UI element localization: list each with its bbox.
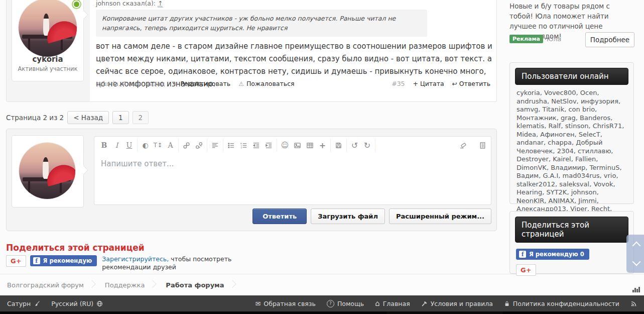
ad-brand: Юла	[547, 35, 561, 43]
post-footer: cykoria, 4 мин. назад ✎ Редактировать ⚠ …	[96, 80, 490, 87]
online-indicator-icon	[73, 1, 80, 8]
share-page-heading: Поделиться этой страницей	[6, 243, 145, 253]
drafts-icon[interactable]	[332, 139, 345, 152]
share-page-block: Поделиться этой страницей f Я рекомендую…	[509, 211, 634, 274]
fb-like-label: Я рекомендую	[43, 257, 92, 264]
help-icon: ?	[327, 300, 334, 307]
text-color-icon[interactable]: ◐	[139, 139, 152, 152]
scroll-down-button[interactable]	[632, 258, 641, 266]
alignment-icon[interactable]	[209, 139, 221, 152]
terms-link[interactable]: Условия и правила	[421, 300, 493, 307]
underline-icon[interactable]: U	[123, 139, 136, 152]
contact-link[interactable]: ✉ Обратная связь	[255, 300, 315, 307]
breadcrumb-item-support[interactable]: Поддержка	[105, 281, 145, 289]
unlink-icon[interactable]	[193, 139, 205, 152]
post-meta[interactable]: cykoria, 4 мин. назад	[96, 80, 165, 87]
privacy-label: Политика конфиденциальности	[513, 300, 619, 307]
advanced-mode-button[interactable]: Расширенный режим...	[389, 208, 491, 224]
terms-label: Условия и правила	[431, 300, 493, 307]
indent-icon[interactable]	[263, 139, 275, 152]
quick-reply-editor: B I U ◐ T↕ A ☺	[6, 129, 497, 231]
envelope-icon: ✉	[255, 300, 261, 307]
editor-user-card	[12, 135, 84, 207]
breadcrumb-item-forum[interactable]: Волгоградский форум	[7, 281, 84, 289]
unordered-list-icon[interactable]	[225, 139, 237, 152]
editor-avatar[interactable]	[19, 143, 75, 199]
ordered-list-icon[interactable]	[237, 139, 250, 152]
share-block-heading: Поделиться этой страницей	[515, 217, 628, 243]
edit-label: Редактировать	[180, 80, 230, 87]
table-icon[interactable]	[304, 139, 316, 152]
online-users-heading: Пользователи онлайн	[515, 68, 628, 85]
post-user-card: cykoria Активный участник	[12, 0, 84, 81]
quote-button[interactable]: + Цитата	[413, 80, 444, 87]
counter-icon	[632, 287, 640, 292]
home-icon: ⌂	[375, 299, 380, 308]
gplus-share-button-sidebar[interactable]: G+	[516, 264, 536, 276]
pencil-icon: ✎	[173, 80, 178, 87]
home-link[interactable]: ⌂ Главная	[375, 299, 410, 308]
facebook-icon: f	[519, 251, 526, 258]
facebook-icon: f	[33, 257, 40, 264]
reply-link[interactable]: ↩ Ответить	[452, 80, 490, 87]
reply-label: Ответить	[459, 80, 490, 87]
smilies-icon[interactable]: ☺	[279, 139, 291, 152]
report-label: Пожаловаться	[246, 80, 295, 87]
italic-icon[interactable]: I	[110, 139, 123, 152]
report-button[interactable]: ⚠ Пожаловаться	[238, 80, 294, 87]
breadcrumb: Волгоградский форум Поддержка Работа фор…	[0, 274, 644, 295]
outdent-icon[interactable]	[250, 139, 263, 152]
upload-file-button[interactable]: Загрузить файл	[311, 208, 385, 224]
font-family-icon[interactable]: A	[164, 139, 177, 152]
gavel-icon	[421, 300, 428, 307]
avatar-bench-leg	[61, 39, 63, 50]
reply-input[interactable]: Напишите ответ...	[94, 154, 491, 205]
share-buttons-row: G+ f Я рекомендую Зарегистрируйтесь, что…	[6, 255, 252, 271]
avatar-bench-leg	[28, 39, 31, 50]
edit-button[interactable]: ✎ Редактировать	[173, 80, 230, 87]
avatar[interactable]	[19, 0, 77, 57]
source-mode-icon[interactable]	[476, 139, 489, 152]
remove-format-icon[interactable]	[457, 139, 469, 152]
fb-like-button[interactable]: f Я рекомендую	[30, 255, 97, 266]
font-size-icon[interactable]: T↕	[152, 139, 164, 152]
online-users-list[interactable]: cykoria, Vovec800, Ocen, andrusha, NetSl…	[517, 89, 627, 222]
language-chooser[interactable]: Русский (RU)	[51, 300, 103, 307]
bold-icon[interactable]: B	[98, 139, 110, 152]
rss-icon	[630, 300, 637, 307]
rss-link[interactable]	[630, 300, 637, 307]
globe-icon	[96, 300, 103, 307]
prev-page-button[interactable]: < Назад	[67, 111, 109, 124]
insert-more-icon[interactable]: +	[316, 139, 329, 152]
privacy-link[interactable]: Политика конфиденциальности	[504, 300, 619, 307]
ad-meta: Реклама Юла	[509, 35, 561, 43]
undo-icon[interactable]: ↺	[348, 139, 361, 152]
page-1-button[interactable]: 1	[112, 111, 129, 124]
chevron-right-icon	[152, 277, 159, 292]
language-label: Русский (RU)	[51, 300, 93, 307]
register-link[interactable]: Зарегистрируйтесь,	[102, 255, 169, 263]
chevron-right-icon	[231, 277, 238, 292]
home-label: Главная	[383, 300, 410, 307]
fb-like-button-sidebar[interactable]: f Я рекомендую 0	[516, 249, 589, 260]
style-chooser[interactable]: Сатурн	[7, 300, 40, 307]
post-number[interactable]: #35	[392, 80, 405, 87]
post-author-name[interactable]: cykoria	[12, 55, 83, 64]
lock-icon	[504, 300, 510, 307]
scroll-up-button[interactable]	[632, 242, 641, 250]
post-message: cykoria Активный участник johnson сказал…	[6, 0, 497, 102]
redo-icon[interactable]: ↻	[361, 139, 373, 152]
page-indicator: Страница 2 из 2	[6, 114, 64, 122]
page-2-button[interactable]: 2	[133, 111, 149, 124]
editor-toolbar: B I U ◐ T↕ A ☺	[94, 136, 491, 154]
breadcrumb-item-current[interactable]: Работа форума	[166, 281, 224, 289]
quote-jump-link[interactable]: ↑	[158, 0, 163, 8]
help-link[interactable]: ? Помощь	[327, 300, 364, 307]
link-icon[interactable]	[180, 139, 193, 152]
gplus-share-button[interactable]: G+	[6, 255, 26, 267]
style-chooser-label: Сатурн	[7, 300, 31, 307]
ad-more-button[interactable]: Подробнее	[585, 32, 634, 47]
image-icon[interactable]	[291, 139, 304, 152]
reply-button[interactable]: Ответить	[252, 208, 307, 224]
forum-page: cykoria Активный участник johnson сказал…	[0, 0, 644, 314]
